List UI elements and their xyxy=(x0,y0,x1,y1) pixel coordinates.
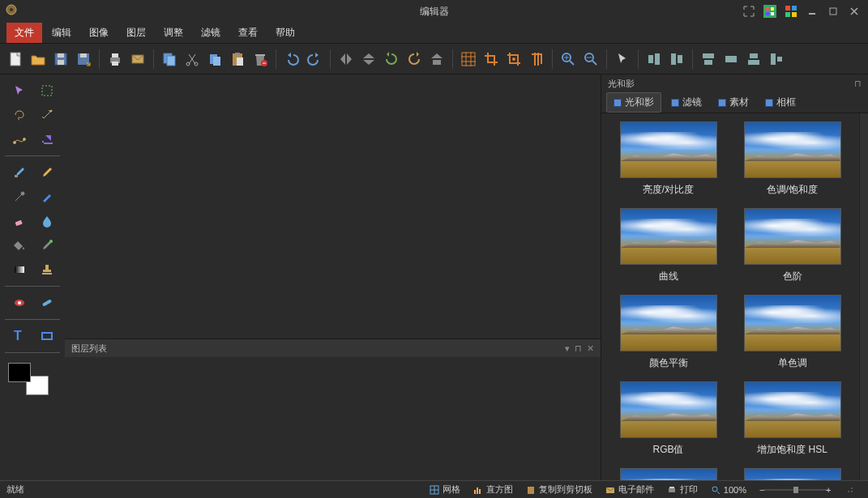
rotate-left-button[interactable] xyxy=(381,49,402,70)
panel-dropdown-icon[interactable]: ▾ xyxy=(565,343,570,354)
grid-button[interactable] xyxy=(458,49,479,70)
tool-airbrush[interactable] xyxy=(8,187,31,206)
crop1-button[interactable] xyxy=(481,49,502,70)
crop2-button[interactable] xyxy=(503,49,524,70)
effect-item[interactable]: 增加饱和度 HSL xyxy=(740,381,845,457)
flip-h-button[interactable] xyxy=(336,49,357,70)
panel-pin-icon[interactable]: ⊓ xyxy=(575,343,582,354)
tool-fill[interactable] xyxy=(8,236,31,255)
foreground-color[interactable] xyxy=(8,363,31,382)
svg-rect-34 xyxy=(433,60,441,65)
panel-close-icon[interactable]: ✕ xyxy=(587,343,594,354)
tab-filter[interactable]: 滤镜 xyxy=(665,93,708,112)
crop3-button[interactable] xyxy=(526,49,547,70)
tool-text[interactable]: T xyxy=(8,326,31,346)
effect-item[interactable]: 曲线 xyxy=(616,208,721,283)
status-print[interactable]: 打印 xyxy=(661,483,704,496)
tool-pencil[interactable] xyxy=(36,163,58,182)
menu-image[interactable]: 图像 xyxy=(81,23,117,43)
svg-rect-9 xyxy=(785,12,790,17)
svg-rect-16 xyxy=(58,60,64,65)
menu-view[interactable]: 查看 xyxy=(230,23,266,43)
tool-redeye[interactable] xyxy=(8,293,31,313)
fullscreen-button[interactable] xyxy=(740,2,758,20)
tool-brush[interactable] xyxy=(8,163,31,182)
zoom-slider[interactable]: −+ xyxy=(753,485,839,495)
menu-filter[interactable]: 滤镜 xyxy=(193,23,229,43)
panel-pin-icon[interactable]: ⊓ xyxy=(854,79,862,89)
status-grid[interactable]: 网格 xyxy=(423,483,467,496)
effect-item[interactable]: 单色调 xyxy=(740,295,845,370)
open-button[interactable] xyxy=(28,49,49,70)
effect-item[interactable]: RGB值 xyxy=(616,381,721,457)
effect-item[interactable]: 色阶 xyxy=(740,208,845,283)
menu-layer[interactable]: 图层 xyxy=(118,23,154,43)
tool-gradient[interactable] xyxy=(8,260,31,279)
canvas-area[interactable] xyxy=(65,74,601,338)
status-histogram[interactable]: 直方图 xyxy=(467,483,520,496)
align3-button[interactable] xyxy=(698,49,719,70)
tool-marquee[interactable] xyxy=(36,81,58,100)
effect-item[interactable]: 亮度/对比度 xyxy=(616,121,721,197)
print-button[interactable] xyxy=(105,49,126,70)
effect-item[interactable]: 色调/饱和度 xyxy=(740,121,845,197)
status-email[interactable]: 电子邮件 xyxy=(599,483,661,496)
menu-file[interactable]: 文件 xyxy=(6,23,42,43)
tool-lasso[interactable] xyxy=(8,105,31,125)
delete-button[interactable] xyxy=(250,49,271,70)
tool-pointer[interactable] xyxy=(8,81,31,100)
zoom-out-button[interactable] xyxy=(580,49,601,70)
scrollbar[interactable] xyxy=(859,113,868,480)
status-text: 就绪 xyxy=(6,483,24,496)
email-button[interactable] xyxy=(127,49,148,70)
status-clipboard[interactable]: 复制到剪切板 xyxy=(520,483,599,496)
color-picker-icon[interactable] xyxy=(761,2,779,20)
align2-button[interactable] xyxy=(666,49,687,70)
zoom-in-button[interactable] xyxy=(558,49,579,70)
save-as-button[interactable] xyxy=(73,49,94,70)
align5-button[interactable] xyxy=(743,49,764,70)
rotate-right-button[interactable] xyxy=(404,49,425,70)
svg-text:+: + xyxy=(826,485,831,495)
copy2-button[interactable] xyxy=(204,49,225,70)
align1-button[interactable] xyxy=(644,49,665,70)
status-zoom[interactable]: 100% xyxy=(704,485,753,495)
new-button[interactable] xyxy=(5,49,26,70)
svg-rect-69 xyxy=(477,487,478,494)
tab-light[interactable]: 光和影 xyxy=(606,92,661,113)
tool-stamp[interactable] xyxy=(36,260,58,279)
tool-shape[interactable] xyxy=(36,326,58,346)
grid-icon[interactable] xyxy=(782,2,800,20)
tab-frame[interactable]: 相框 xyxy=(759,93,802,112)
color-swatch[interactable] xyxy=(8,363,49,395)
save-button[interactable] xyxy=(50,49,71,70)
cut-button[interactable] xyxy=(182,49,203,70)
tool-crop[interactable] xyxy=(36,130,58,149)
flip-v-button[interactable] xyxy=(358,49,379,70)
tool-path[interactable] xyxy=(8,130,31,149)
rotate-button[interactable] xyxy=(426,49,447,70)
tab-material[interactable]: 素材 xyxy=(712,93,755,112)
tool-wand[interactable] xyxy=(36,105,58,125)
copy-button[interactable] xyxy=(159,49,180,70)
menu-edit[interactable]: 编辑 xyxy=(44,23,79,43)
menu-adjust[interactable]: 调整 xyxy=(156,23,191,43)
tool-healing[interactable] xyxy=(36,293,58,313)
effect-item[interactable] xyxy=(740,468,845,480)
effect-item[interactable]: 颜色平衡 xyxy=(616,295,721,370)
minimize-button[interactable] xyxy=(803,2,821,20)
close-button[interactable] xyxy=(845,2,863,20)
pointer-button[interactable] xyxy=(612,49,633,70)
tool-picker[interactable] xyxy=(36,236,58,255)
tool-blur[interactable] xyxy=(36,211,58,231)
maximize-button[interactable] xyxy=(824,2,842,20)
paste-button[interactable] xyxy=(227,49,248,70)
menu-help[interactable]: 帮助 xyxy=(267,23,303,43)
align4-button[interactable] xyxy=(720,49,742,70)
undo-button[interactable] xyxy=(281,49,302,70)
redo-button[interactable] xyxy=(304,49,325,70)
tool-eraser[interactable] xyxy=(8,211,31,231)
tool-pen[interactable] xyxy=(36,187,58,206)
effect-item[interactable] xyxy=(616,468,721,480)
align6-button[interactable] xyxy=(766,49,787,70)
